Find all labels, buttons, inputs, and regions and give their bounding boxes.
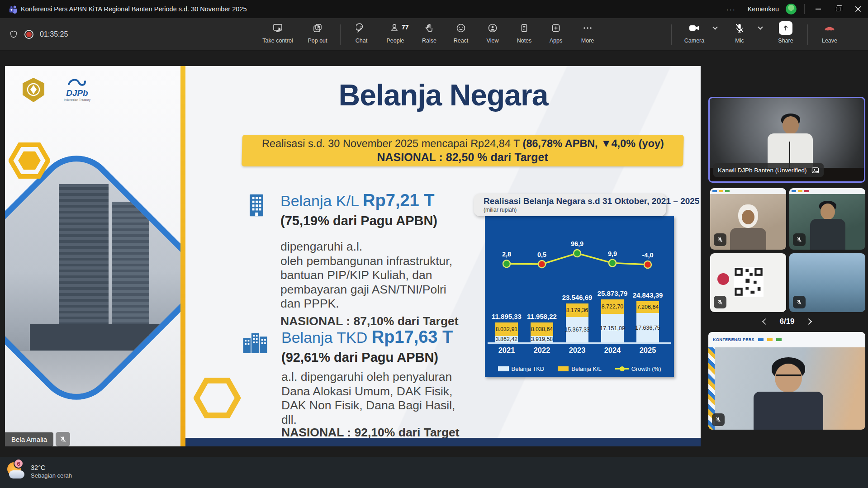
slide-left-panel: DJPb Indonesian Treasury bbox=[5, 66, 180, 446]
leave-button[interactable]: Leave bbox=[817, 22, 842, 44]
hexagon-decor-icon bbox=[9, 142, 50, 179]
share-icon bbox=[779, 21, 792, 35]
qr-code bbox=[734, 267, 764, 297]
minimize-button[interactable] bbox=[808, 0, 828, 18]
window-title: Konferensi Pers APBN KiTA Regional Bante… bbox=[21, 5, 247, 13]
participant-tile-main[interactable]: Kanwil DJPb Banten (Unverified) bbox=[708, 97, 865, 183]
meeting-toolbar: 01:35:25 Take control Pop out Chat bbox=[0, 18, 868, 51]
kl-heading: Belanja K/L Rp7,21 T bbox=[280, 191, 434, 210]
weather-temp: 32°C bbox=[31, 464, 72, 471]
toolbar-divider bbox=[340, 24, 341, 45]
kl-body: dipengaruhi a.l.oleh pembangunan infrast… bbox=[280, 240, 452, 311]
weather-desc: Sebagian cerah bbox=[31, 472, 72, 479]
chart-title-card: Realisasi Belanja Negara s.d 31 Oktober,… bbox=[474, 194, 666, 216]
slide-title: Belanja Negara bbox=[253, 78, 633, 112]
take-control-icon bbox=[272, 22, 284, 34]
people-count-badge: 77 bbox=[402, 24, 409, 31]
restore-button[interactable] bbox=[828, 0, 848, 18]
participant-tile[interactable] bbox=[789, 253, 865, 312]
view-button[interactable]: View bbox=[480, 22, 505, 44]
raise-hand-icon bbox=[424, 22, 434, 34]
notes-icon bbox=[519, 22, 529, 34]
camera-dropdown[interactable] bbox=[713, 22, 717, 34]
notes-button[interactable]: Notes bbox=[512, 22, 537, 44]
mic-off-icon bbox=[714, 296, 726, 308]
account-name: Kemenkeu bbox=[748, 5, 779, 13]
kemenkeu-logo bbox=[21, 77, 46, 103]
take-control-button[interactable]: Take control bbox=[259, 22, 297, 44]
toolbar-divider bbox=[671, 24, 672, 45]
tkd-sub: (92,61% dari Pagu APBN) bbox=[281, 350, 438, 365]
gallery-pager: 6/19 bbox=[751, 314, 823, 329]
mic-dropdown[interactable] bbox=[759, 22, 762, 34]
pop-out-button[interactable]: Pop out bbox=[303, 22, 332, 44]
mic-button[interactable]: Mic bbox=[727, 22, 752, 44]
shield-icon bbox=[9, 29, 18, 39]
shared-slide: DJPb Indonesian Treasury Belanja Negara … bbox=[5, 66, 701, 446]
chat-button[interactable]: Chat bbox=[349, 22, 374, 44]
taskbar: 6 32°C Sebagian cerah P T 9+ bbox=[0, 457, 868, 488]
chart-legend: Belanja TKD Belanja K/L Growth (%) bbox=[485, 365, 674, 372]
djpb-logo: DJPb Indonesian Treasury bbox=[64, 77, 90, 101]
mic-off-icon bbox=[793, 233, 806, 246]
chart-subtitle: (miliar rupiah) bbox=[484, 207, 666, 213]
camera-button[interactable]: Camera bbox=[682, 22, 707, 44]
chart-bar-column: 24.843,397.206,6417.636,752025 bbox=[630, 216, 665, 377]
view-icon bbox=[487, 22, 498, 34]
chart-panel: 2,80,596,99,9-4,0 Belanja TKD Belanja K/… bbox=[485, 216, 674, 377]
chart-bar-column: 23.546,698.179,3615.367,332023 bbox=[560, 216, 595, 377]
participant-tile[interactable] bbox=[789, 188, 865, 250]
mic-off-icon bbox=[714, 233, 726, 246]
presenter-name: Bela Amalia bbox=[5, 432, 53, 446]
close-button[interactable] bbox=[848, 0, 868, 18]
pop-out-icon bbox=[312, 22, 323, 34]
participant-tile[interactable] bbox=[710, 188, 786, 250]
weather-icon: 6 bbox=[6, 461, 26, 481]
apps-button[interactable]: Apps bbox=[543, 22, 569, 44]
buildings-icon bbox=[242, 331, 270, 354]
slide-footer-strip bbox=[185, 438, 701, 446]
weather-widget[interactable]: 6 32°C Sebagian cerah bbox=[6, 461, 72, 481]
chat-icon bbox=[356, 22, 367, 34]
next-page-icon[interactable] bbox=[805, 318, 811, 325]
people-button[interactable]: 77 People bbox=[380, 22, 410, 44]
teams-app-icon: T bbox=[8, 4, 18, 14]
react-button[interactable]: React bbox=[448, 22, 474, 44]
apps-icon bbox=[550, 22, 561, 34]
presenter-overlay: Bela Amalia bbox=[5, 432, 70, 446]
teams-window: T Konferensi Pers APBN KiTA Regional Ban… bbox=[0, 0, 868, 488]
mic-off-icon bbox=[712, 413, 725, 426]
mic-off-icon bbox=[793, 296, 806, 308]
toolbar-divider bbox=[807, 24, 808, 45]
tkd-heading: Belanja TKD Rp17,63 T bbox=[281, 327, 453, 347]
chart-bar-column: 11.895,338.032,913.862,422021 bbox=[489, 216, 524, 377]
mic-off-icon bbox=[734, 22, 745, 34]
previous-page-icon[interactable] bbox=[762, 318, 768, 325]
building-icon bbox=[246, 193, 267, 218]
titlebar-more-icon[interactable]: ··· bbox=[726, 5, 736, 13]
titlebar: T Konferensi Pers APBN KiTA Regional Ban… bbox=[0, 0, 868, 18]
page-indicator: 6/19 bbox=[779, 317, 794, 326]
participant-name-label: Kanwil DJPb Banten (Unverified) bbox=[713, 163, 824, 177]
participant-tile-qr[interactable] bbox=[710, 253, 786, 312]
raise-hand-button[interactable]: Raise bbox=[417, 22, 442, 44]
tile-banner bbox=[710, 188, 786, 194]
logo-badge bbox=[717, 273, 729, 285]
avatar[interactable] bbox=[785, 3, 797, 15]
glasses bbox=[776, 374, 801, 378]
realisasi-banner: Realisasi s.d. 30 November 2025 mencapai… bbox=[242, 135, 684, 166]
share-button[interactable]: Share bbox=[773, 22, 798, 44]
people-icon: 77 bbox=[390, 22, 401, 34]
leave-call-icon bbox=[823, 22, 836, 34]
participant-tile-bottom[interactable]: KONFERENSI PERS bbox=[708, 332, 865, 430]
camera-icon bbox=[688, 22, 701, 34]
more-button[interactable]: More bbox=[575, 22, 600, 44]
kl-sub: (75,19% dari Pagu APBN) bbox=[280, 213, 437, 228]
fit-to-frame-icon[interactable] bbox=[811, 167, 819, 174]
titlebar-divider bbox=[804, 4, 805, 14]
slide-content: Belanja Negara Realisasi s.d. 30 Novembe… bbox=[185, 66, 701, 446]
tile-poster-banner: KONFERENSI PERS bbox=[708, 332, 865, 347]
tile-banner bbox=[789, 188, 865, 194]
recording-indicator-icon bbox=[24, 30, 33, 39]
mic-off-icon bbox=[56, 432, 70, 446]
